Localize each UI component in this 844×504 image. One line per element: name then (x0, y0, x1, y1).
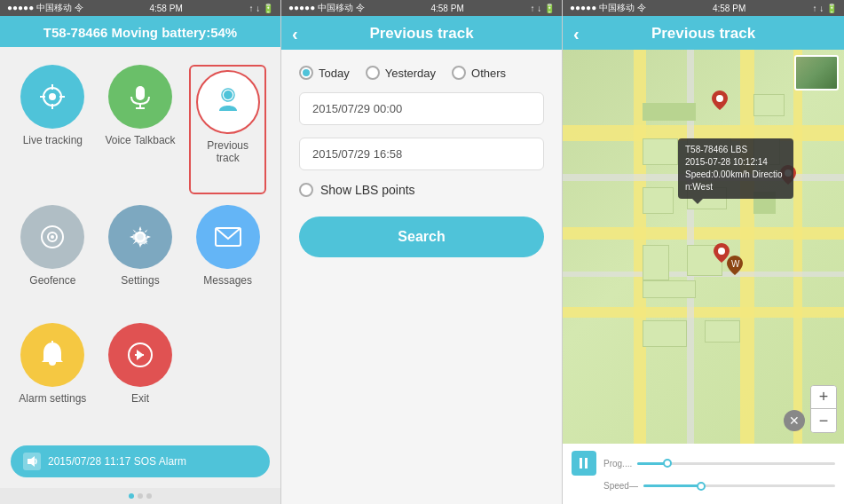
geofence-circle (20, 205, 84, 269)
target-icon (36, 81, 68, 113)
playback-controls: Prog.... (572, 451, 835, 476)
settings-circle (108, 205, 172, 269)
tooltip-line4: n:West (685, 181, 786, 193)
radio-yesterday[interactable]: Yesterday (366, 66, 436, 80)
road-v2 (740, 50, 754, 504)
speed-thumb[interactable] (697, 482, 706, 491)
map-zoom-controls: + − (810, 385, 837, 433)
play-pause-button[interactable] (572, 451, 596, 476)
map-close-button[interactable]: ✕ (784, 410, 805, 431)
search-button[interactable]: Search (299, 217, 544, 257)
speed-label: Speed— (603, 481, 638, 491)
radio-others[interactable]: Others (452, 66, 506, 80)
grid-item-previous-track[interactable]: Previous track (189, 65, 266, 194)
device-title: T58-78466 Moving battery:54% (0, 16, 280, 47)
grid-item-alarm-settings[interactable]: Alarm settings (14, 323, 91, 429)
progress-track[interactable] (637, 462, 835, 465)
grid-item-live-tracking[interactable]: Live tracking (14, 65, 91, 194)
radio-today[interactable]: Today (299, 66, 350, 80)
live-tracking-label: Live tracking (23, 134, 83, 146)
end-date-input[interactable] (299, 138, 544, 170)
battery-1: ↑ ↓ 🔋 (248, 4, 273, 13)
zoom-in-button[interactable]: + (811, 386, 836, 409)
block11 (643, 280, 696, 298)
battery-3: ↑ ↓ 🔋 (812, 4, 837, 13)
envelope-icon (212, 221, 244, 253)
speed-fill (643, 484, 701, 487)
carrier-1: ●●●●● 中国移动 令 (7, 2, 83, 14)
alarm-settings-label: Alarm settings (19, 392, 86, 405)
panel-main: ●●●●● 中国移动 令 4:58 PM ↑ ↓ 🔋 T58-78466 Mov… (0, 0, 281, 504)
time-3: 4:58 PM (713, 4, 745, 13)
block3 (643, 103, 696, 121)
block13 (705, 320, 740, 343)
voice-talkback-circle (108, 65, 172, 129)
dot-1 (129, 493, 134, 499)
panel-map: ●●●●● 中国移动 令 4:58 PM ↑ ↓ 🔋 ‹ Previous tr… (563, 0, 844, 504)
tooltip-line1: T58-78466 LBS (685, 144, 786, 156)
show-lbs-toggle[interactable]: Show LBS points (299, 183, 544, 197)
start-date-input[interactable] (299, 92, 544, 125)
prog-label: Prog.... (603, 459, 632, 469)
previous-track-label: Previous track (194, 139, 261, 164)
map-pin-4[interactable]: W (727, 256, 743, 275)
dot-3 (146, 493, 152, 499)
progress-thumb[interactable] (663, 459, 672, 468)
speed-slider-row: Speed— (603, 481, 835, 491)
scroll-indicator (0, 488, 280, 504)
speed-row: Speed— (572, 481, 835, 491)
live-tracking-circle (20, 65, 84, 129)
exit-label: Exit (131, 392, 149, 405)
grid-item-messages[interactable]: Messages (189, 205, 266, 311)
geofence-icon (36, 221, 68, 253)
status-bar-3: ●●●●● 中国移动 令 4:58 PM ↑ ↓ 🔋 (563, 0, 844, 16)
scroll-dots (129, 493, 152, 499)
svg-point-1 (49, 93, 56, 100)
pause-icon (579, 457, 589, 469)
p3-header: ‹ Previous track (563, 16, 844, 50)
road-v3 (793, 50, 802, 504)
dot-2 (138, 493, 143, 499)
settings-label: Settings (121, 274, 159, 287)
speed-track[interactable] (643, 484, 835, 487)
show-lbs-label: Show LBS points (320, 183, 415, 197)
p2-title: Previous track (369, 25, 473, 43)
p3-back-button[interactable]: ‹ (573, 24, 580, 44)
speaker-icon (23, 453, 41, 470)
svg-point-20 (716, 95, 723, 102)
grid-item-settings[interactable]: Settings (102, 205, 179, 311)
grid-item-geofence[interactable]: Geofence (14, 205, 91, 311)
map-tooltip: T58-78466 LBS 2015-07-28 10:12:14 Speed:… (678, 138, 793, 199)
geofence-label: Geofence (29, 274, 75, 287)
p2-back-button[interactable]: ‹ (292, 24, 298, 44)
svg-rect-6 (136, 86, 145, 100)
tooltip-line2: 2015-07-28 10:12:14 (685, 156, 786, 169)
svg-text:W: W (731, 259, 740, 269)
zoom-out-button[interactable]: − (811, 409, 836, 432)
alarm-settings-circle (20, 323, 84, 387)
svg-rect-24 (580, 458, 582, 469)
carrier-3: ●●●●● 中国移动 令 (570, 2, 646, 14)
svg-point-22 (718, 248, 725, 255)
map-view[interactable]: T58-78466 LBS 2015-07-28 10:12:14 Speed:… (563, 50, 844, 504)
messages-label: Messages (203, 274, 252, 287)
alarm-banner[interactable]: 2015/07/28 11:17 SOS Alarm (11, 445, 270, 477)
settings-icon (124, 221, 156, 253)
tooltip-line3: Speed:0.00km/h Directio (685, 169, 786, 181)
grid-item-exit[interactable]: Exit (102, 323, 179, 429)
svg-rect-25 (585, 458, 588, 469)
panel-previous-track-form: ●●●●● 中国移动 令 4:58 PM ↑ ↓ 🔋 ‹ Previous tr… (281, 0, 563, 504)
p2-header: ‹ Previous track (281, 16, 562, 50)
playback-bar: Prog.... Speed— (563, 444, 844, 504)
grid-item-voice-talkback[interactable]: Voice Talkback (102, 65, 179, 194)
block8 (753, 94, 785, 116)
main-grid: Live tracking Voice Talkback (0, 47, 280, 438)
messages-circle (196, 205, 260, 269)
previous-track-circle (196, 70, 260, 134)
speaker-svg (26, 455, 38, 468)
map-pin-1[interactable] (712, 91, 728, 110)
mic-icon (124, 81, 156, 113)
radio-others-dot (452, 66, 466, 80)
svg-marker-19 (28, 456, 35, 467)
block6 (643, 245, 669, 280)
